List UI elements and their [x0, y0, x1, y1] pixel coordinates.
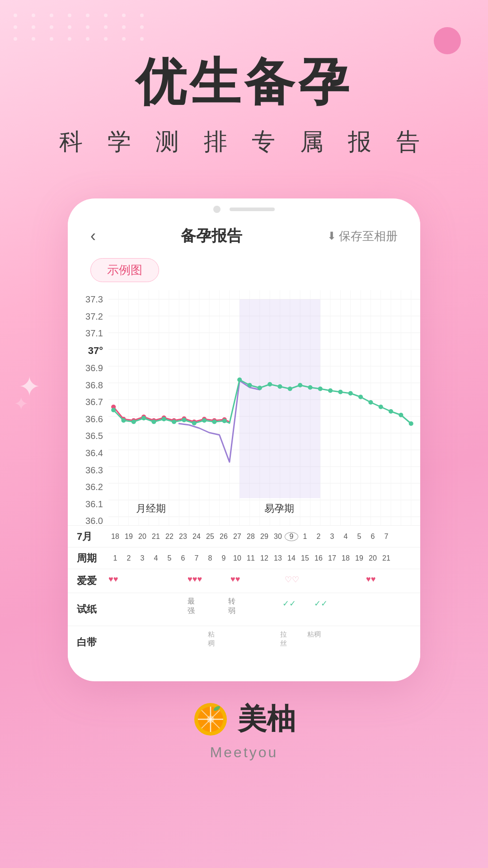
svg-point-66 — [202, 418, 206, 423]
page-wrapper: ✦ ✦ 优生备孕 科 学 测 排 专 属 报 告 ‹ 备孕报告 ⬇ 保存至相册 … — [0, 0, 488, 868]
love-label: 爱爱 — [68, 574, 108, 588]
save-label: 保存至相册 — [339, 228, 398, 244]
svg-point-59 — [131, 420, 136, 424]
svg-text:月经期: 月经期 — [136, 503, 166, 514]
discharge-label: 白带 — [68, 636, 108, 649]
y-label-367: 36.7 — [85, 397, 103, 406]
svg-point-67 — [212, 420, 216, 424]
svg-point-78 — [328, 388, 333, 393]
y-label-360: 36.0 — [85, 516, 103, 525]
svg-point-85 — [399, 413, 403, 417]
date-row: 7月 18 19 20 21 22 23 24 25 26 27 28 29 3… — [68, 525, 420, 547]
week-row: 周期 1 2 3 4 5 6 7 8 9 10 11 12 13 14 15 — [68, 547, 420, 569]
discharge-data: 粘稠 拉丝 粘稠 — [108, 629, 420, 656]
svg-point-74 — [288, 387, 292, 391]
month-label: 7月 — [68, 530, 108, 543]
y-label-361: 36.1 — [85, 500, 103, 509]
svg-point-73 — [277, 384, 282, 389]
svg-point-60 — [141, 416, 146, 420]
bottom-logo: 美柚 Meetyou — [192, 699, 296, 761]
svg-point-76 — [308, 385, 312, 390]
y-label-37: 37° — [88, 346, 103, 356]
deco-star-left-small: ✦ — [14, 393, 29, 414]
svg-point-65 — [192, 421, 197, 425]
report-header: ‹ 备孕报告 ⬇ 保存至相册 — [68, 217, 420, 254]
hero-subtitle: 科 学 测 排 专 属 报 告 — [27, 126, 461, 158]
svg-point-57 — [111, 408, 116, 412]
back-button[interactable]: ‹ — [90, 226, 96, 245]
svg-point-63 — [172, 420, 176, 424]
phone-mockup: ‹ 备孕报告 ⬇ 保存至相册 示例图 37.3 37.2 37.1 37° 36… — [68, 198, 420, 681]
svg-point-71 — [258, 386, 262, 390]
y-axis: 37.3 37.2 37.1 37° 36.9 36.8 36.7 36.6 3… — [68, 290, 108, 525]
svg-point-80 — [348, 391, 353, 396]
download-icon: ⬇ — [327, 230, 336, 242]
save-button[interactable]: ⬇ 保存至相册 — [327, 228, 398, 244]
week-label: 周期 — [68, 552, 108, 565]
y-label-362: 36.2 — [85, 482, 103, 491]
chart-container: 37.3 37.2 37.1 37° 36.9 36.8 36.7 36.6 3… — [68, 290, 420, 525]
brand-subtitle: Meetyou — [210, 744, 278, 761]
svg-point-69 — [237, 377, 242, 382]
phone-notch — [68, 198, 420, 217]
y-label-369: 36.9 — [85, 363, 103, 373]
y-label-364: 36.4 — [85, 448, 103, 458]
discharge-row: 白带 粘稠 拉丝 粘稠 — [68, 626, 420, 659]
test-data: 最强 转弱 ✓✓ ✓✓ — [108, 596, 420, 623]
data-table: 7月 18 19 20 21 22 23 24 25 26 27 28 29 3… — [68, 525, 420, 668]
svg-point-62 — [162, 417, 166, 421]
y-label-373: 37.3 — [85, 295, 103, 304]
svg-point-79 — [338, 390, 343, 394]
svg-point-83 — [379, 405, 383, 409]
y-label-366: 36.6 — [85, 415, 103, 424]
app-logo-icon — [192, 701, 229, 737]
report-title: 备孕报告 — [181, 226, 242, 246]
sample-badge-container: 示例图 — [68, 254, 420, 290]
svg-point-58 — [121, 418, 126, 423]
y-label-363: 36.3 — [85, 466, 103, 475]
svg-point-96 — [207, 716, 214, 723]
svg-point-81 — [358, 395, 363, 399]
phone-speaker — [230, 208, 275, 211]
svg-rect-44 — [239, 299, 320, 498]
week-numbers: 1 2 3 4 5 6 7 8 9 10 11 12 13 14 15 16 1 — [108, 554, 420, 562]
hero-section: 优生备孕 科 学 测 排 专 属 报 告 — [0, 0, 488, 176]
phone-camera — [213, 206, 221, 213]
app-name: 美柚 — [238, 699, 296, 739]
y-label-365: 36.5 — [85, 431, 103, 440]
svg-point-84 — [389, 409, 393, 414]
logo-row: 美柚 — [192, 699, 296, 739]
chart-inner: 37.3 37.2 37.1 37° 36.9 36.8 36.7 36.6 3… — [68, 290, 420, 525]
svg-text:易孕期: 易孕期 — [264, 503, 294, 514]
sample-tag: 示例图 — [90, 258, 159, 282]
date-numbers: 18 19 20 21 22 23 24 25 26 27 28 29 30 9… — [108, 532, 420, 541]
y-label-371: 37.1 — [85, 329, 103, 338]
svg-point-82 — [368, 400, 373, 405]
deco-circle — [434, 27, 461, 54]
test-row: 试纸 最强 转弱 ✓✓ ✓✓ — [68, 593, 420, 626]
svg-point-72 — [267, 382, 272, 387]
svg-point-61 — [151, 420, 156, 424]
chart-plot: 月经期 易孕期 — [108, 290, 420, 525]
svg-point-64 — [182, 418, 186, 422]
love-data: ♥♥ ♥♥♥ ♥♥ ♡♡ ♥♥ — [108, 572, 420, 590]
svg-point-75 — [298, 383, 302, 387]
y-label-372: 37.2 — [85, 312, 103, 321]
hero-title: 优生备孕 — [27, 54, 461, 110]
love-row: 爱爱 ♥♥ ♥♥♥ ♥♥ ♡♡ ♥♥ — [68, 569, 420, 593]
svg-point-70 — [247, 383, 252, 387]
chart-line-pink — [113, 407, 230, 422]
svg-point-77 — [318, 387, 323, 391]
y-label-368: 36.8 — [85, 381, 103, 390]
test-label: 试纸 — [68, 603, 108, 616]
svg-point-86 — [409, 421, 413, 426]
svg-point-68 — [222, 419, 227, 423]
chart-svg: 月经期 易孕期 — [108, 290, 420, 525]
